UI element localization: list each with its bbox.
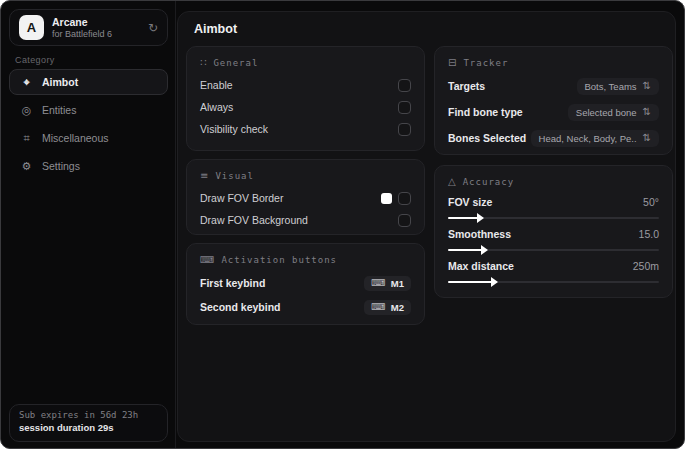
- visual-row-fov-border: Draw FOV Border: [200, 187, 411, 209]
- app-window: A Arcane for Battlefield 6 ↻ Category ⌖ …: [0, 0, 685, 449]
- keybind-value: M1: [391, 278, 404, 289]
- slider-value: 250m: [633, 260, 659, 272]
- triangle-icon: △: [448, 176, 456, 187]
- activation-row-first-keybind: First keybind ⌨ M1: [200, 271, 411, 295]
- app-avatar: A: [19, 15, 44, 40]
- max-distance-slider[interactable]: [448, 281, 659, 283]
- smoothness-slider[interactable]: [448, 249, 659, 251]
- miscellaneous-icon: ⌗: [20, 132, 33, 145]
- row-label: Bones Selected: [448, 132, 526, 144]
- dropdown-value: Selected bone: [576, 107, 637, 118]
- scan-icon: ⊟: [448, 57, 456, 68]
- general-card: ∷ General Enable Always Visibility check: [186, 46, 425, 151]
- app-title: Arcane: [52, 16, 112, 28]
- visual-card-title: ≡ Visual: [200, 170, 411, 181]
- targets-dropdown[interactable]: Bots, Teams ⇅: [577, 78, 660, 95]
- sliders-icon: ≡: [200, 170, 208, 181]
- tracker-row-find-bone-type: Find bone type Selected bone ⇅: [448, 102, 659, 122]
- slider-value: 15.0: [639, 228, 659, 240]
- card-title-label: Activation buttons: [221, 255, 337, 265]
- row-label: Max distance: [448, 260, 514, 272]
- sidebar-item-miscellaneous[interactable]: ⌗ Miscellaneous: [9, 125, 168, 151]
- subscription-expiry: Sub expires in 56d 23h: [19, 410, 158, 420]
- general-card-title: ∷ General: [200, 57, 411, 68]
- slider-fill: [448, 249, 482, 251]
- keybind-value: M2: [391, 302, 404, 313]
- fov-background-checkbox[interactable]: [398, 214, 411, 227]
- row-label: Visibility check: [200, 123, 268, 135]
- sidebar-item-label: Aimbot: [42, 76, 78, 88]
- tracker-card: ⊟ Tracker Targets Bots, Teams ⇅ Find bon…: [434, 46, 673, 155]
- sidebar-item-settings[interactable]: ⚙ Settings: [9, 153, 168, 179]
- general-row-enable: Enable: [200, 74, 411, 96]
- tracker-card-title: ⊟ Tracker: [448, 57, 659, 68]
- activation-row-second-keybind: Second keybind ⌨ M2: [200, 295, 411, 319]
- page-title: Aimbot: [194, 22, 237, 36]
- accuracy-card: △ Accuracy FOV size 50° Smoothness 15.0: [434, 165, 673, 298]
- logo-text: Arcane for Battlefield 6: [52, 16, 112, 39]
- accuracy-row-fov-size: FOV size 50°: [448, 196, 659, 219]
- fov-border-color-swatch[interactable]: [381, 193, 392, 204]
- chevron-up-down-icon: ⇅: [643, 107, 651, 117]
- accuracy-card-title: △ Accuracy: [448, 176, 659, 187]
- sync-icon[interactable]: ↻: [148, 22, 158, 34]
- gear-icon: ⚙: [20, 160, 33, 173]
- card-title-label: Visual: [215, 171, 254, 181]
- dropdown-value: Bots, Teams: [585, 81, 637, 92]
- fov-border-checkbox[interactable]: [398, 192, 411, 205]
- chevron-up-down-icon: ⇅: [643, 81, 651, 91]
- enable-checkbox[interactable]: [398, 79, 411, 92]
- category-label: Category: [15, 55, 55, 65]
- second-keybind-button[interactable]: ⌨ M2: [364, 300, 411, 315]
- row-label: FOV size: [448, 196, 492, 208]
- visual-card: ≡ Visual Draw FOV Border Draw FOV Backgr…: [186, 159, 425, 235]
- app-subtitle: for Battlefield 6: [52, 29, 112, 39]
- row-label: Targets: [448, 80, 485, 92]
- entities-icon: ◎: [20, 104, 33, 117]
- card-title-label: General: [213, 58, 258, 68]
- grid-icon: ∷: [200, 57, 206, 68]
- keyboard-icon: ⌨: [371, 278, 385, 288]
- fov-size-slider[interactable]: [448, 217, 659, 219]
- activation-card: ⌨ Activation buttons First keybind ⌨ M1 …: [186, 243, 425, 325]
- accuracy-row-smoothness: Smoothness 15.0: [448, 228, 659, 251]
- card-title-label: Tracker: [463, 58, 508, 68]
- find-bone-type-dropdown[interactable]: Selected bone ⇅: [568, 104, 659, 121]
- accuracy-row-max-distance: Max distance 250m: [448, 260, 659, 283]
- sidebar-item-label: Settings: [42, 160, 80, 172]
- keyboard-icon: ⌨: [371, 302, 385, 312]
- visual-row-fov-background: Draw FOV Background: [200, 209, 411, 231]
- general-row-visibility-check: Visibility check: [200, 118, 411, 140]
- slider-value: 50°: [643, 196, 659, 208]
- subscription-card: Sub expires in 56d 23h session duration …: [9, 404, 168, 442]
- row-label: Draw FOV Background: [200, 214, 308, 226]
- dropdown-value: Head, Neck, Body, Pe..: [539, 133, 637, 144]
- crosshair-icon: ⌖: [20, 76, 33, 89]
- row-label: Second keybind: [200, 301, 281, 313]
- sidebar-item-label: Entities: [42, 104, 76, 116]
- visibility-check-checkbox[interactable]: [398, 123, 411, 136]
- keyboard-icon: ⌨: [200, 254, 214, 265]
- row-label: Always: [200, 101, 233, 113]
- activation-card-title: ⌨ Activation buttons: [200, 254, 411, 265]
- tracker-row-bones-selected: Bones Selected Head, Neck, Body, Pe.. ⇅: [448, 128, 659, 148]
- row-label: First keybind: [200, 277, 265, 289]
- bones-selected-dropdown[interactable]: Head, Neck, Body, Pe.. ⇅: [531, 130, 659, 147]
- first-keybind-button[interactable]: ⌨ M1: [364, 276, 411, 291]
- slider-fill: [448, 217, 478, 219]
- sidebar-item-entities[interactable]: ◎ Entities: [9, 97, 168, 123]
- row-label: Smoothness: [448, 228, 511, 240]
- main-panel: Aimbot ∷ General Enable Always Visibilit…: [177, 11, 676, 442]
- session-duration: session duration 29s: [19, 422, 158, 433]
- logo-card: A Arcane for Battlefield 6 ↻: [9, 9, 168, 46]
- sidebar-nav: ⌖ Aimbot ◎ Entities ⌗ Miscellaneous ⚙ Se…: [9, 69, 168, 181]
- general-row-always: Always: [200, 96, 411, 118]
- always-checkbox[interactable]: [398, 101, 411, 114]
- sidebar-item-aimbot[interactable]: ⌖ Aimbot: [9, 69, 168, 95]
- tracker-row-targets: Targets Bots, Teams ⇅: [448, 76, 659, 96]
- row-label: Find bone type: [448, 106, 523, 118]
- chevron-up-down-icon: ⇅: [643, 133, 651, 143]
- row-label: Enable: [200, 79, 233, 91]
- sidebar: A Arcane for Battlefield 6 ↻ Category ⌖ …: [1, 1, 176, 448]
- card-title-label: Accuracy: [463, 177, 514, 187]
